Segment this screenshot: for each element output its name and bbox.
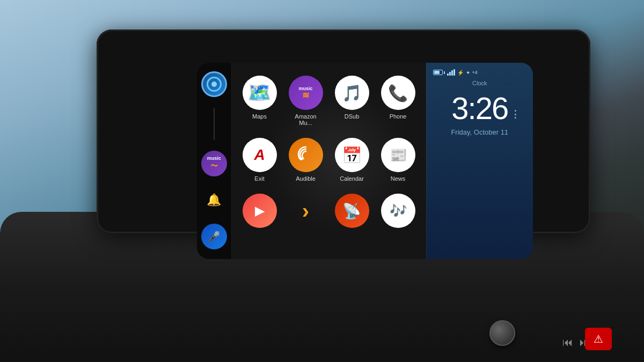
nfc-icon: ✦: [466, 70, 470, 76]
app-maps[interactable]: 🗺️ Maps: [240, 73, 279, 128]
dsub-symbol: 🎵: [342, 84, 362, 102]
app-plex[interactable]: ›: [287, 191, 325, 233]
amazon-music-app-icon: music ≋: [289, 76, 323, 110]
music-app-icon: 🎶: [381, 194, 415, 228]
status-bar: ⚡ ✦ +4: [433, 69, 526, 76]
sidebar-amazon-music-button[interactable]: music 〜: [201, 151, 227, 176]
amazon-music-label: Amazon Mu...: [289, 113, 323, 126]
maps-label: Maps: [252, 113, 267, 120]
news-label: News: [391, 175, 406, 182]
sidebar: music 〜 🔔 🎤: [197, 63, 232, 259]
mic-icon: 🎤: [208, 231, 220, 242]
signal-icon: [447, 69, 455, 76]
exit-label: Exit: [254, 175, 264, 182]
amazon-music-icon: music 〜: [207, 156, 221, 171]
sidebar-divider: [214, 108, 215, 140]
battery-icon: [433, 70, 445, 75]
calendar-symbol: 📅: [342, 146, 362, 165]
app-exit[interactable]: A Exit: [240, 136, 279, 184]
phone-icon: 📞: [381, 76, 415, 110]
rewind-button[interactable]: ⏮: [562, 336, 573, 349]
phone-symbol: 📞: [388, 84, 408, 102]
podcast-symbol: 📡: [342, 202, 361, 220]
screen-bezel: music 〜 🔔 🎤 🗺️ Map: [97, 29, 590, 233]
audible-icon: [289, 138, 323, 172]
app-dsub[interactable]: 🎵 DSub: [333, 73, 371, 128]
calendar-label: Calendar: [340, 175, 364, 182]
audible-label: Audible: [296, 175, 316, 182]
maps-icon-symbol: 🗺️: [247, 82, 272, 104]
exit-icon: A: [243, 138, 277, 172]
app-play-music[interactable]: ▶: [240, 191, 279, 233]
podcast-icon: 📡: [335, 194, 369, 228]
dsub-label: DSub: [345, 113, 360, 120]
network-icon: +4: [472, 70, 478, 75]
audible-symbol: [296, 144, 316, 167]
app-phone[interactable]: 📞 Phone: [379, 73, 418, 128]
calendar-icon: 📅: [335, 138, 369, 172]
app-grid: 🗺️ Maps music ≋ Amazon Mu...: [240, 73, 418, 233]
chevron-right-icon: ›: [302, 199, 309, 223]
voice-button[interactable]: 🎤: [201, 224, 227, 249]
play-music-symbol: ▶: [255, 203, 265, 218]
app-news[interactable]: 📰 News: [379, 136, 418, 184]
amazon-music-label: music: [207, 156, 221, 161]
app-calendar[interactable]: 📅 Calendar: [333, 136, 371, 184]
dsub-icon: 🎵: [335, 76, 369, 110]
app-audible[interactable]: Audible: [287, 136, 325, 184]
news-icon: 📰: [381, 138, 415, 172]
clock-time-display: 3:26: [451, 93, 508, 124]
maps-icon: 🗺️: [243, 76, 277, 110]
alexa-button[interactable]: [201, 71, 227, 97]
app-grid-area: 🗺️ Maps music ≋ Amazon Mu...: [232, 63, 426, 259]
power-knob[interactable]: [489, 320, 515, 346]
music-app-symbol: 🎶: [390, 203, 407, 219]
clock-title: Clock: [433, 80, 526, 86]
clock-time-wrap: 3:26 ⋮: [433, 88, 526, 128]
hazard-button[interactable]: ⚠: [585, 328, 612, 350]
clock-panel: ⚡ ✦ +4 Clock 3:26 ⋮ Friday, October 11: [426, 63, 533, 259]
clock-menu-dots[interactable]: ⋮: [510, 108, 520, 120]
app-music-visualizer[interactable]: 🎶: [379, 191, 418, 233]
car-screen: music 〜 🔔 🎤 🗺️ Map: [197, 63, 533, 259]
dashboard-controls: [489, 320, 515, 346]
amazon-music-inner: music ≋: [299, 86, 313, 100]
clock-date-display: Friday, October 11: [433, 128, 526, 136]
news-symbol: 📰: [390, 147, 407, 164]
app-amazon-music[interactable]: music ≋ Amazon Mu...: [287, 73, 325, 128]
amazon-wave-icon: 〜: [210, 161, 218, 171]
hazard-triangle-icon: ⚠: [594, 333, 603, 345]
bluetooth-icon: ⚡: [457, 70, 464, 76]
phone-label: Phone: [390, 113, 407, 120]
amazon-logo-icon: ≋: [302, 90, 309, 100]
acura-logo-icon: A: [254, 146, 265, 164]
plex-icon: ›: [289, 194, 323, 228]
play-music-icon: ▶: [243, 194, 277, 228]
alexa-ring-icon: [207, 77, 222, 92]
app-podcast[interactable]: 📡: [333, 191, 371, 233]
bell-icon: 🔔: [207, 193, 221, 207]
notifications-button[interactable]: 🔔: [201, 187, 227, 213]
